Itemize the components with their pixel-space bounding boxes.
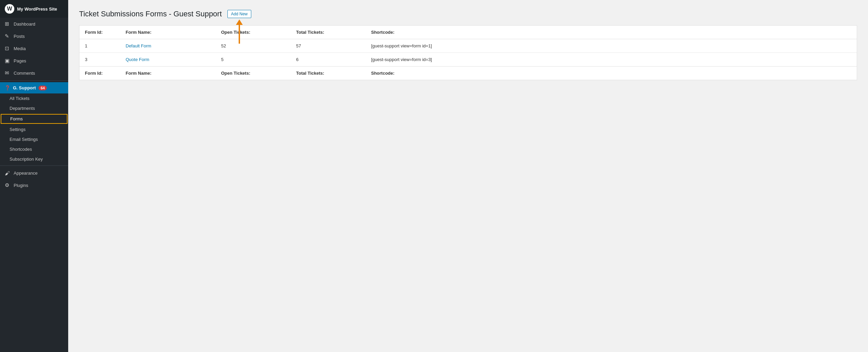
cell-form-name: Quote Form [120, 53, 216, 67]
col-header-form-id: Form Id: [79, 26, 120, 39]
footer-form-name: Form Name: [120, 67, 216, 80]
page-header: Ticket Submissions Forms - Guest Support… [79, 10, 857, 18]
sidebar-sub-shortcodes[interactable]: Shortcodes [0, 144, 68, 154]
sidebar-item-appearance[interactable]: 🖌 Appearance [0, 167, 68, 179]
cell-total-tickets: 6 [291, 53, 366, 67]
media-icon: ⊡ [5, 45, 11, 52]
sidebar-item-label: Comments [14, 71, 35, 76]
subscription-key-label: Subscription Key [10, 157, 43, 162]
email-settings-label: Email Settings [10, 137, 38, 142]
main-content: Ticket Submissions Forms - Guest Support… [68, 0, 868, 352]
cell-total-tickets: 57 [291, 39, 366, 53]
shortcodes-label: Shortcodes [10, 147, 32, 152]
forms-label: Forms [10, 116, 23, 121]
sidebar-sub-forms[interactable]: Forms [1, 114, 68, 124]
table-row: 3 Quote Form 5 6 [guest-support view=for… [79, 53, 857, 67]
cell-open-tickets: 52 [216, 39, 291, 53]
cell-form-name: Default Form [120, 39, 216, 53]
sidebar-item-label: Posts [14, 34, 25, 39]
departments-label: Departments [10, 106, 35, 111]
site-name: My WordPress Site [17, 6, 57, 12]
cell-form-id: 3 [79, 53, 120, 67]
sidebar-item-media[interactable]: ⊡ Media [0, 42, 68, 55]
footer-total-tickets: Total Tickets: [291, 67, 366, 80]
sidebar-item-label: Pages [14, 58, 26, 63]
settings-label: Settings [10, 127, 26, 132]
dashboard-icon: ⊞ [5, 21, 11, 27]
col-header-form-name: Form Name: [120, 26, 216, 39]
add-new-button[interactable]: Add New [227, 10, 252, 18]
all-tickets-label: All Tickets [10, 96, 30, 101]
sidebar-sub-subscription-key[interactable]: Subscription Key [0, 154, 68, 164]
sidebar-divider-2 [0, 165, 68, 166]
cell-shortcode: [guest-support view=form id=3] [366, 53, 857, 67]
col-header-total-tickets: Total Tickets: [291, 26, 366, 39]
plugins-icon: ⚙ [5, 182, 11, 188]
sidebar-item-label: Dashboard [14, 21, 35, 27]
sidebar-item-comments[interactable]: ✉ Comments [0, 67, 68, 79]
forms-table: Form Id: Form Name: Open Tickets: Total … [79, 25, 857, 80]
footer-form-id: Form Id: [79, 67, 120, 80]
sidebar-item-g-support[interactable]: ❓ G. Support 64 [0, 82, 68, 93]
g-support-label: G. Support [13, 85, 36, 90]
posts-icon: ✎ [5, 33, 11, 39]
wp-icon: W [5, 4, 14, 14]
sidebar-sub-settings[interactable]: Settings [0, 124, 68, 134]
col-header-open-tickets: Open Tickets: [216, 26, 291, 39]
table-footer-row: Form Id: Form Name: Open Tickets: Total … [79, 67, 857, 80]
sidebar-sub-departments[interactable]: Departments [0, 103, 68, 113]
comments-icon: ✉ [5, 70, 11, 76]
sidebar-item-posts[interactable]: ✎ Posts [0, 30, 68, 42]
sidebar-divider [0, 80, 68, 81]
table-row: 1 Default Form 52 57 [guest-support view… [79, 39, 857, 53]
page-title: Ticket Submissions Forms - Guest Support [79, 10, 222, 18]
plugins-label: Plugins [14, 183, 28, 188]
cell-form-id: 1 [79, 39, 120, 53]
pages-icon: ▣ [5, 58, 11, 64]
cell-open-tickets: 5 [216, 53, 291, 67]
g-support-badge: 64 [39, 86, 47, 90]
content-area: Ticket Submissions Forms - Guest Support… [68, 0, 868, 352]
cell-shortcode: [guest-support view=form id=1] [366, 39, 857, 53]
sidebar-sub-email-settings[interactable]: Email Settings [0, 134, 68, 144]
arrow-head [236, 19, 243, 25]
table-header-row: Form Id: Form Name: Open Tickets: Total … [79, 26, 857, 39]
sidebar-item-dashboard[interactable]: ⊞ Dashboard [0, 18, 68, 30]
sidebar-item-label: Media [14, 46, 26, 51]
appearance-label: Appearance [14, 171, 38, 176]
sidebar-item-plugins[interactable]: ⚙ Plugins [0, 179, 68, 191]
form-name-link[interactable]: Default Form [126, 43, 151, 48]
appearance-icon: 🖌 [5, 170, 11, 176]
sidebar-item-pages[interactable]: ▣ Pages [0, 55, 68, 67]
footer-shortcode: Shortcode: [366, 67, 857, 80]
g-support-icon: ❓ [5, 85, 10, 90]
form-name-link[interactable]: Quote Form [126, 57, 149, 62]
sidebar: W My WordPress Site ⊞ Dashboard ✎ Posts … [0, 0, 68, 352]
sidebar-logo: W My WordPress Site [0, 0, 68, 18]
footer-open-tickets: Open Tickets: [216, 67, 291, 80]
sidebar-sub-all-tickets[interactable]: All Tickets [0, 93, 68, 103]
col-header-shortcode: Shortcode: [366, 26, 857, 39]
